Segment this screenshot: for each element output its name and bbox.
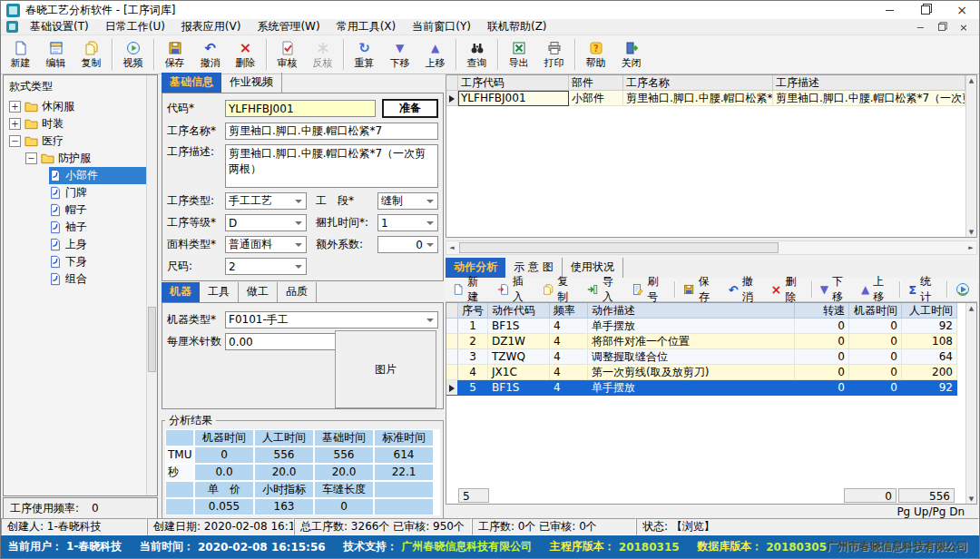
process-table-row[interactable]: YLFHFBJ001 小部件 剪里袖口.脚口.中腰.帽口松紧*7 剪里袖口.脚口… <box>446 91 965 106</box>
action-copy-button[interactable]: 复制 <box>537 280 582 299</box>
tree-item-medical[interactable]: −医疗 <box>5 132 146 150</box>
process-table-hscrollbar[interactable]: ◄ ► <box>446 240 977 255</box>
process-grade-select[interactable]: D <box>225 214 307 231</box>
expand-minus-icon[interactable]: − <box>25 152 37 164</box>
action-undo-button[interactable]: ↶撤消 <box>723 280 766 299</box>
column-header[interactable]: 工序描述 <box>773 75 965 91</box>
tree-item-casual[interactable]: +休闲服 <box>5 98 146 115</box>
tree-item-combination[interactable]: 组合 <box>5 270 146 288</box>
tab-quality[interactable]: 品质 <box>278 282 317 302</box>
toolbar-move-up-button[interactable]: ▲上移 <box>417 35 453 74</box>
column-header[interactable]: 工序名称 <box>623 75 773 91</box>
tab-work-video[interactable]: 作业视频 <box>221 73 282 93</box>
tree-item-fashion[interactable]: +时装 <box>5 115 146 132</box>
scrollbar-thumb[interactable] <box>459 242 779 253</box>
scroll-right-icon[interactable]: ► <box>965 244 976 251</box>
toolbar-move-down-button[interactable]: ▼下移 <box>382 35 417 74</box>
extra-factor-select[interactable]: 0 <box>377 236 438 253</box>
action-table-row[interactable]: 5 BF1S 4 单手摆放 0 0 92 <box>446 380 965 396</box>
scrollbar-thumb[interactable] <box>148 307 156 372</box>
mdi-restore-button[interactable] <box>934 22 950 32</box>
action-renumber-button[interactable]: 刷号 <box>627 280 671 299</box>
toolbar-print-button[interactable]: 打印 <box>536 35 572 74</box>
action-player-button[interactable] <box>950 280 975 299</box>
action-table-scrollbar[interactable]: ▲▼ <box>965 303 976 504</box>
tab-machine[interactable]: 机器 <box>162 282 200 302</box>
bundle-time-select[interactable]: 1 <box>377 214 438 231</box>
toolbar-export-button[interactable]: 导出 <box>501 35 536 74</box>
tree-item-hat[interactable]: 帽子 <box>5 201 146 219</box>
column-header[interactable]: 频率 <box>550 303 588 319</box>
menu-reports[interactable]: 报表应用(V) <box>173 19 250 34</box>
menu-tools[interactable]: 常用工具(X) <box>328 19 405 34</box>
tree-item-lower-body[interactable]: 下身 <box>5 253 146 270</box>
action-table-row[interactable]: 4 JX1C 4 第一次剪线(取及放剪刀) 0 0 200 <box>446 365 965 380</box>
ready-button[interactable]: 准备 <box>382 99 438 118</box>
close-button[interactable]: × <box>946 2 977 18</box>
toolbar-copy-button[interactable]: 复制 <box>74 35 109 74</box>
toolbar-delete-button[interactable]: ×删除 <box>228 35 263 74</box>
expand-minus-icon[interactable]: − <box>9 135 21 147</box>
scroll-down-icon[interactable]: ▼ <box>966 227 976 237</box>
tree-item-sleeve[interactable]: 袖子 <box>5 219 146 236</box>
column-header[interactable]: 序号 <box>458 303 488 319</box>
tree-item-small-parts[interactable]: 小部件 <box>5 167 146 184</box>
tab-basic-info[interactable]: 基础信息 <box>162 73 221 93</box>
process-name-input[interactable] <box>225 123 438 140</box>
toolbar-new-button[interactable]: 新建 <box>3 35 38 74</box>
process-desc-textarea[interactable]: 剪里袖口.脚口.中腰.帽口松紧*7（一次剪两根） <box>225 144 438 188</box>
action-import-button[interactable]: 导入 <box>582 280 626 299</box>
size-select[interactable]: 2 <box>225 258 307 275</box>
process-type-select[interactable]: 手工工艺 <box>225 192 307 210</box>
action-save-button[interactable]: 保存 <box>678 280 722 299</box>
menu-daily-work[interactable]: 日常工作(U) <box>97 19 173 34</box>
column-header[interactable]: 动作描述 <box>588 303 795 319</box>
action-table-row[interactable]: 3 TZWQ 4 调整握取缝合位 0 0 64 <box>446 349 965 365</box>
stitch-count-input[interactable] <box>225 333 339 350</box>
tree-item-door-plate[interactable]: 门牌 <box>5 184 146 201</box>
menu-current-window[interactable]: 当前窗口(Y) <box>404 19 479 34</box>
scroll-down-icon[interactable]: ▼ <box>966 494 976 504</box>
tree-scrollbar[interactable] <box>146 75 157 495</box>
expand-plus-icon[interactable]: + <box>9 118 21 130</box>
column-header[interactable]: 动作代码 <box>488 303 550 319</box>
toolbar-save-button[interactable]: 保存 <box>157 35 192 74</box>
column-header[interactable]: 工序代码 <box>458 75 569 91</box>
toolbar-search-button[interactable]: 查询 <box>459 35 495 74</box>
action-insert-button[interactable]: 插入 <box>492 280 536 299</box>
column-header[interactable]: 机器时间 <box>849 303 902 319</box>
process-table-scrollbar[interactable]: ▲▼ <box>965 75 976 237</box>
scroll-left-icon[interactable]: ◄ <box>446 244 457 251</box>
action-new-button[interactable]: 新建 <box>447 280 492 299</box>
toolbar-undo-button[interactable]: ↶撤消 <box>192 35 228 74</box>
scroll-up-icon[interactable]: ▲ <box>966 303 976 313</box>
code-input[interactable] <box>225 100 376 117</box>
action-statistics-button[interactable]: Σ统计 <box>903 280 944 299</box>
menu-help[interactable]: 联机帮助(Z) <box>479 19 555 34</box>
minimize-button[interactable] <box>874 2 905 18</box>
toolbar-help-button[interactable]: ?帮助 <box>578 35 613 74</box>
scroll-up-icon[interactable]: ▲ <box>966 75 976 85</box>
stage-select[interactable]: 缝制 <box>377 192 438 210</box>
tab-tool[interactable]: 工具 <box>200 282 239 302</box>
action-table-row[interactable]: 2 DZ1W 4 将部件对准一个位置 0 0 108 <box>446 334 965 349</box>
action-table-row[interactable]: 1 BF1S 4 单手摆放 0 0 92 <box>446 319 965 334</box>
toolbar-edit-button[interactable]: 编辑 <box>38 35 74 74</box>
tab-workmanship[interactable]: 做工 <box>239 282 278 302</box>
toolbar-close-button[interactable]: 关闭 <box>613 35 649 74</box>
tree-item-upper-body[interactable]: 上身 <box>5 236 146 253</box>
mdi-close-button[interactable]: × <box>956 22 972 32</box>
column-header[interactable]: 人工时间 <box>902 303 957 319</box>
column-header[interactable]: 转速 <box>795 303 849 319</box>
mdi-minimize-button[interactable] <box>912 22 928 32</box>
restore-button[interactable] <box>910 2 941 18</box>
toolbar-recalculate-button[interactable]: ↻重算 <box>347 35 382 74</box>
machine-type-select[interactable]: F0101-手工 <box>225 311 438 329</box>
action-delete-button[interactable]: ×删除 <box>766 280 808 299</box>
toolbar-audit-button[interactable]: 审核 <box>270 35 305 74</box>
tree-item-protective-suit[interactable]: −防护服 <box>5 150 146 167</box>
menu-system[interactable]: 系统管理(W) <box>249 19 328 34</box>
toolbar-video-button[interactable]: 视频 <box>115 35 151 74</box>
fabric-type-select[interactable]: 普通面料 <box>225 236 307 253</box>
menu-basic-settings[interactable]: 基础设置(T) <box>22 19 97 34</box>
